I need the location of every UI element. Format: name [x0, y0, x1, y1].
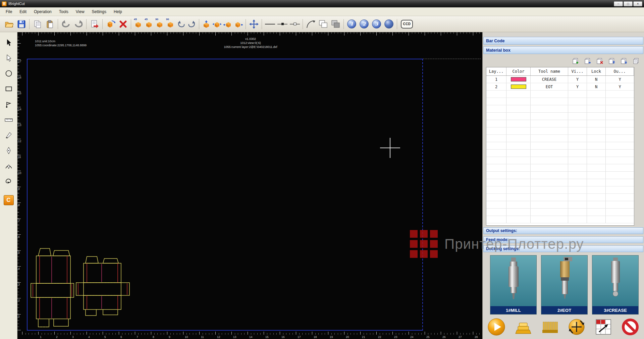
delete-button[interactable] [117, 17, 129, 31]
output-settings-label: Output settings: [486, 228, 517, 233]
move-layer-up-button[interactable] [608, 57, 616, 65]
output-settings-header[interactable]: Output settings: [483, 227, 643, 234]
empty-row [486, 194, 634, 201]
menu-tools[interactable]: Tools [55, 8, 72, 15]
overlap-rects-icon [319, 20, 328, 29]
group-button[interactable] [317, 17, 329, 31]
tool-card-eot[interactable]: 2#EOT [541, 255, 588, 315]
save-button[interactable] [15, 17, 28, 31]
materialbox-section-header[interactable]: Material box [483, 46, 643, 54]
column-header: Ou... [606, 67, 634, 75]
ccd-button[interactable]: CCD [399, 17, 415, 31]
move-layer-down-button[interactable] [620, 57, 628, 65]
layer-color-swatch[interactable] [511, 77, 526, 81]
rectangle-tool[interactable] [2, 82, 15, 95]
action-buttons [487, 317, 639, 337]
align-left-button[interactable] [222, 17, 233, 31]
stop-button[interactable] [621, 318, 639, 336]
circle-tool[interactable] [2, 67, 15, 80]
angle-label: 45 [134, 18, 137, 21]
brush-button[interactable] [541, 318, 559, 336]
curve-pen-tool[interactable] [2, 160, 15, 172]
loop-tool[interactable] [2, 175, 15, 188]
measure-tool[interactable] [2, 113, 15, 126]
close-button[interactable]: ✕ [633, 1, 642, 6]
rotate-90-cw-button[interactable]: 90 [165, 17, 176, 31]
direct-select-tool[interactable] [2, 52, 15, 64]
table-header-row: Lay...ColorTool nameVi...LockOu... [486, 67, 634, 76]
export-button[interactable] [88, 17, 101, 31]
menu-file[interactable]: File [2, 8, 16, 15]
tool-card-crease[interactable]: 3#CREASE [592, 255, 639, 315]
line-style-button[interactable] [264, 17, 276, 31]
number-2-icon: 2 [360, 19, 369, 29]
arc-tool-button[interactable] [305, 17, 317, 31]
cube-move-left-icon [223, 20, 232, 28]
duplicate-layer-button[interactable] [632, 57, 640, 65]
mill-tool-image [502, 256, 525, 306]
select-tool[interactable] [2, 36, 15, 49]
add-layer-button[interactable] [572, 57, 580, 65]
import-layer-button[interactable] [584, 57, 592, 65]
barcode-section-header[interactable]: Bar Code [483, 37, 643, 45]
empty-row [486, 91, 634, 98]
knife-tool[interactable] [2, 129, 15, 142]
layer-row[interactable]: 2EOTYNY [486, 83, 634, 91]
start-button[interactable] [487, 318, 505, 336]
ungroup-button[interactable] [329, 17, 342, 31]
layout-button[interactable] [594, 318, 612, 336]
rotate-cross-icon [568, 318, 586, 336]
rotate-90-ccw-button[interactable]: 90 [154, 17, 165, 31]
calibrate-button[interactable] [568, 318, 586, 336]
output-button[interactable] [514, 318, 532, 336]
polyline-tool[interactable] [2, 98, 15, 111]
layer-row[interactable]: 1CREASEYNY [486, 76, 634, 83]
view-2-button[interactable]: 2 [358, 17, 370, 31]
menu-view[interactable]: View [72, 8, 88, 15]
drawing-canvas[interactable]: 1234567891011121314151617181920212223242… [17, 32, 482, 339]
delete-layer-button[interactable] [596, 57, 604, 65]
cube-flip-h-icon [212, 20, 222, 28]
pen-tool[interactable] [2, 144, 15, 157]
view-3-button[interactable]: 3 [370, 17, 383, 31]
mirror-vertical-button[interactable] [201, 17, 212, 31]
cube-icon [166, 20, 174, 28]
move-cross-icon [249, 19, 259, 29]
tool-card-mill[interactable]: 1#MILL [490, 255, 537, 315]
rotate-left-button[interactable] [176, 17, 186, 31]
empty-row [486, 186, 634, 194]
material-layer-table: Lay...ColorTool nameVi...LockOu...1CREAS… [486, 67, 634, 226]
undo-icon [61, 20, 71, 29]
paste-button[interactable] [44, 17, 56, 31]
rotate-45-ccw-button[interactable]: 45 [133, 17, 144, 31]
rotate-45-cw-button[interactable]: 45 [144, 17, 154, 31]
curve-pen-icon [5, 162, 13, 170]
redo-button[interactable] [72, 17, 85, 31]
undo-button[interactable] [60, 17, 72, 31]
menu-settings[interactable]: Settings [88, 8, 110, 15]
line-segment-button[interactable] [288, 17, 301, 31]
rotate-right-arrow-icon [188, 20, 196, 28]
mirror-horizontal-button[interactable] [212, 17, 222, 31]
import-layer-icon [584, 58, 591, 64]
menu-edit[interactable]: Edit [16, 8, 30, 15]
open-button[interactable] [3, 17, 15, 31]
app-logo-icon: B [2, 1, 7, 6]
line-node-button[interactable] [276, 17, 288, 31]
align-right-button[interactable] [233, 17, 244, 31]
feed-mode-header[interactable]: Feed mode: [483, 236, 643, 243]
rotate-right-button[interactable] [186, 17, 197, 31]
menu-help[interactable]: Help [110, 8, 126, 15]
copy-button[interactable] [31, 17, 44, 31]
view-all-button[interactable] [383, 17, 395, 31]
view-1-button[interactable]: 1 [345, 17, 358, 31]
docking-settings-header[interactable]: Docking settings: [483, 245, 643, 252]
minimize-button[interactable]: ─ [614, 1, 623, 6]
rotate-object-button[interactable] [104, 17, 117, 31]
menu-operation[interactable]: Operation [30, 8, 55, 15]
layer-color-swatch[interactable] [511, 84, 526, 89]
maximize-button[interactable]: ▢ [624, 1, 633, 6]
right-panel: Bar Code Material box [482, 32, 644, 339]
number-1-icon: 1 [347, 19, 356, 29]
move-button[interactable] [248, 17, 260, 31]
